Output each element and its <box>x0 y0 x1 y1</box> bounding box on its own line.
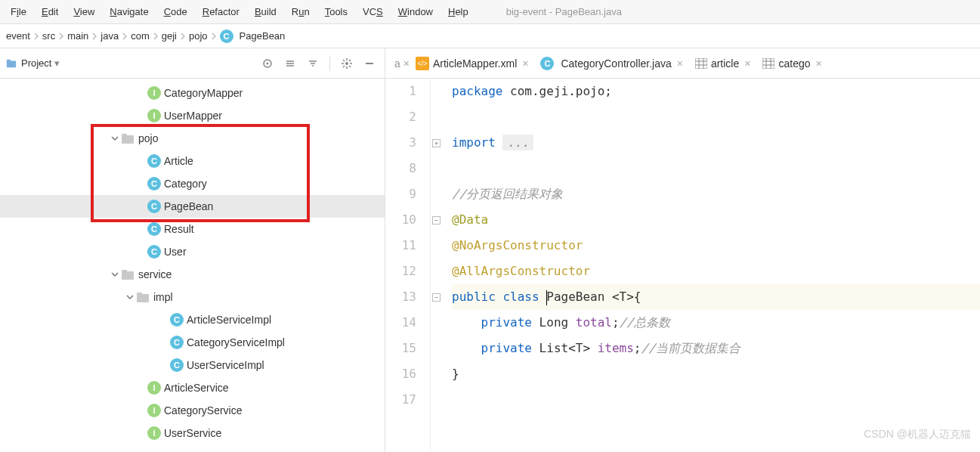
menu-run[interactable]: Run <box>284 3 317 20</box>
menu-file[interactable]: File <box>3 3 34 20</box>
fold-icon[interactable]: − <box>432 293 441 302</box>
project-label[interactable]: Project ▾ <box>21 57 254 69</box>
fold-icon[interactable]: − <box>432 216 441 224</box>
editor-tab[interactable]: CCategoryController.java× <box>534 48 688 78</box>
tree-label: CategoryServiceImpl <box>187 336 285 348</box>
close-icon[interactable]: × <box>677 57 683 70</box>
tree-item-usermapper[interactable]: IUserMapper <box>0 104 385 127</box>
breadcrumb-item[interactable]: com <box>129 30 151 42</box>
class-icon: C <box>220 29 233 43</box>
chevron-right-icon <box>120 33 129 40</box>
interface-icon: I <box>147 381 161 395</box>
editor-tab[interactable]: </>ArticleMapper.xml× <box>410 48 534 78</box>
close-icon[interactable]: × <box>522 57 528 70</box>
menu-build[interactable]: Build <box>247 3 284 20</box>
tree-item-user[interactable]: CUser <box>0 240 385 263</box>
tree-item-result[interactable]: CResult <box>0 218 385 240</box>
tree-label: impl <box>153 291 173 303</box>
menu-vcs[interactable]: VCS <box>355 3 391 20</box>
table-icon <box>695 58 707 69</box>
close-icon[interactable]: × <box>816 57 822 70</box>
line-number: 9 <box>385 181 416 207</box>
breadcrumb-item[interactable]: main <box>66 30 90 42</box>
chevron-right-icon <box>57 33 66 40</box>
breadcrumb-item[interactable]: java <box>99 30 120 42</box>
code-editor[interactable]: 123891011121314151617 + − − package com.… <box>385 79 980 452</box>
tree-item-articleserviceimpl[interactable]: CArticleServiceImpl <box>0 308 385 331</box>
breadcrumb-item[interactable]: pojo <box>187 30 209 42</box>
tree-item-articleservice[interactable]: IArticleService <box>0 376 385 399</box>
editor-tab[interactable]: article× <box>689 48 757 78</box>
menu-tools[interactable]: Tools <box>317 3 355 20</box>
close-icon[interactable]: × <box>403 57 410 70</box>
menu-code[interactable]: Code <box>156 3 195 20</box>
minimize-icon[interactable] <box>360 54 379 73</box>
menu-help[interactable]: Help <box>441 3 476 20</box>
breadcrumb-item[interactable]: src <box>41 30 57 42</box>
class-icon: C <box>147 154 161 168</box>
tab-label: CategoryController.java <box>561 57 671 70</box>
close-icon[interactable]: × <box>744 57 750 70</box>
svg-rect-11 <box>695 58 707 69</box>
svg-rect-10 <box>137 293 142 296</box>
svg-rect-8 <box>122 270 127 273</box>
chevron-down-icon[interactable] <box>110 133 120 144</box>
tree-label: CategoryService <box>164 404 243 416</box>
tree-item-categoryservice[interactable]: ICategoryService <box>0 399 385 422</box>
tree-item-userserviceimpl[interactable]: CUserServiceImpl <box>0 354 385 376</box>
menu-view[interactable]: View <box>66 3 102 20</box>
tree-label: UserMapper <box>164 110 222 122</box>
tree-item-category[interactable]: CCategory <box>0 172 385 195</box>
tree-item-service[interactable]: service <box>0 263 385 286</box>
table-icon <box>762 58 774 69</box>
tree-label: Category <box>164 178 207 190</box>
tree-item-userservice[interactable]: IUserService <box>0 422 385 444</box>
tab-prev[interactable]: a <box>388 48 402 78</box>
fold-icon[interactable]: + <box>432 139 441 147</box>
collapse-all-icon[interactable] <box>304 54 322 73</box>
svg-point-3 <box>267 62 269 64</box>
tab-label: article <box>711 57 739 70</box>
watermark: CSDN @机器人迈克猫 <box>864 428 971 441</box>
folder-icon <box>137 292 149 302</box>
tree-item-pagebean[interactable]: CPageBean <box>0 195 385 218</box>
sidebar-header: Project ▾ <box>0 48 385 79</box>
svg-rect-1 <box>7 59 11 62</box>
tree-item-categorymapper[interactable]: ICategoryMapper <box>0 82 385 104</box>
breadcrumb-item[interactable]: geji <box>160 30 178 42</box>
folder-icon <box>122 269 134 280</box>
code-content[interactable]: package com.geji.pojo; import ... //分页返回… <box>443 79 980 452</box>
tree-label: PageBean <box>164 200 213 212</box>
line-number: 10 <box>385 207 416 233</box>
chevron-right-icon <box>151 33 160 40</box>
tree-label: Result <box>164 223 194 235</box>
menu-refactor[interactable]: Refactor <box>195 3 247 20</box>
line-number: 13 <box>385 284 416 310</box>
menu-edit[interactable]: Edit <box>34 3 66 20</box>
tree-item-article[interactable]: CArticle <box>0 150 385 172</box>
select-opened-icon[interactable] <box>258 54 277 73</box>
folder-icon <box>122 133 134 144</box>
tree-item-pojo[interactable]: pojo <box>0 127 385 150</box>
chevron-right-icon <box>178 33 187 40</box>
line-number: 12 <box>385 259 416 284</box>
expand-all-icon[interactable] <box>281 54 299 73</box>
chevron-right-icon <box>90 33 99 40</box>
line-number: 11 <box>385 233 416 259</box>
gear-icon[interactable] <box>338 54 356 73</box>
breadcrumb-item[interactable]: event <box>5 30 32 42</box>
tree-item-categoryserviceimpl[interactable]: CCategoryServiceImpl <box>0 331 385 354</box>
tree-item-impl[interactable]: impl <box>0 286 385 308</box>
breadcrumb-file[interactable]: PageBean <box>238 30 287 42</box>
chevron-down-icon[interactable] <box>110 269 120 280</box>
editor-tab[interactable]: catego× <box>756 48 827 78</box>
menu-navigate[interactable]: Navigate <box>102 3 156 20</box>
project-tree[interactable]: ICategoryMapperIUserMapperpojoCArticleCC… <box>0 79 385 452</box>
tree-label: Article <box>164 155 193 167</box>
tree-label: User <box>164 246 187 258</box>
line-gutter: 123891011121314151617 <box>385 79 431 452</box>
menu-window[interactable]: Window <box>391 3 441 20</box>
line-number: 15 <box>385 336 416 361</box>
xml-icon: </> <box>416 57 429 70</box>
chevron-down-icon[interactable] <box>125 292 135 302</box>
